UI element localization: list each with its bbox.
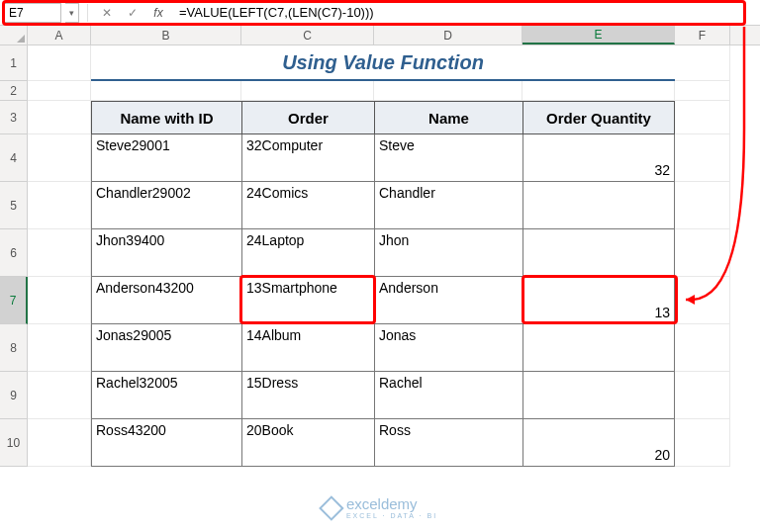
watermark: exceldemy EXCEL · DATA · BI — [323, 495, 437, 520]
watermark-tag: EXCEL · DATA · BI — [346, 512, 437, 520]
cell-C8[interactable]: 14Album — [241, 324, 374, 372]
name-box-dropdown[interactable]: ▾ — [65, 3, 79, 23]
cell-A2[interactable] — [28, 81, 91, 101]
col-header-A[interactable]: A — [28, 26, 91, 44]
cell-A5[interactable] — [28, 182, 91, 229]
cell-A1[interactable] — [28, 45, 91, 81]
cell-E8[interactable] — [522, 324, 675, 372]
cell-C9[interactable]: 15Dress — [241, 372, 374, 419]
title: Using Value Function — [91, 45, 675, 81]
select-all-triangle[interactable] — [0, 26, 28, 44]
cell-A6[interactable] — [28, 229, 91, 277]
th-name-id[interactable]: Name with ID — [91, 101, 241, 134]
cell-F1[interactable] — [675, 45, 730, 81]
cell-A3[interactable] — [28, 101, 91, 134]
col-header-B[interactable]: B — [91, 26, 241, 44]
row-header-3[interactable]: 3 — [0, 101, 28, 134]
grid: 1 Using Value Function 2 3 Name with ID … — [0, 45, 760, 467]
cell-E6[interactable] — [522, 229, 675, 277]
cell-F9[interactable] — [675, 372, 730, 419]
cell-A7[interactable] — [28, 277, 91, 324]
cell-C10[interactable]: 20Book — [241, 419, 374, 467]
cell-C4[interactable]: 32Computer — [241, 134, 374, 182]
fx-icon[interactable]: fx — [147, 3, 169, 23]
row-header-8[interactable]: 8 — [0, 324, 28, 372]
row-header-7[interactable]: 7 — [0, 277, 28, 324]
cell-E5[interactable] — [522, 182, 675, 229]
col-header-F[interactable]: F — [675, 26, 730, 44]
row-header-1[interactable]: 1 — [0, 45, 28, 81]
watermark-icon — [319, 495, 343, 520]
column-headers: A B C D E F — [0, 26, 760, 45]
cell-F7[interactable] — [675, 277, 730, 324]
cell-F3[interactable] — [675, 101, 730, 134]
row-header-5[interactable]: 5 — [0, 182, 28, 229]
th-order[interactable]: Order — [241, 101, 374, 134]
cell-D5[interactable]: Chandler — [374, 182, 522, 229]
row-header-6[interactable]: 6 — [0, 229, 28, 277]
cell-A8[interactable] — [28, 324, 91, 372]
cell-D2[interactable] — [374, 81, 522, 101]
cell-D10[interactable]: Ross — [374, 419, 522, 467]
enter-icon[interactable]: ✓ — [122, 3, 143, 23]
cell-F5[interactable] — [675, 182, 730, 229]
cell-E7[interactable]: 13 — [522, 277, 675, 324]
cell-D9[interactable]: Rachel — [374, 372, 522, 419]
cell-F2[interactable] — [675, 81, 730, 101]
cell-A4[interactable] — [28, 134, 91, 182]
cell-B6[interactable]: Jhon39400 — [91, 229, 241, 277]
row-header-2[interactable]: 2 — [0, 81, 28, 101]
row-header-9[interactable]: 9 — [0, 372, 28, 419]
cell-F6[interactable] — [675, 229, 730, 277]
cell-D8[interactable]: Jonas — [374, 324, 522, 372]
th-name[interactable]: Name — [374, 101, 522, 134]
col-header-E[interactable]: E — [522, 26, 675, 44]
separator — [87, 4, 88, 22]
cell-C7[interactable]: 13Smartphone — [241, 277, 374, 324]
cell-B2[interactable] — [91, 81, 241, 101]
row-header-4[interactable]: 4 — [0, 134, 28, 182]
cell-E4[interactable]: 32 — [522, 134, 675, 182]
cell-A9[interactable] — [28, 372, 91, 419]
col-header-C[interactable]: C — [241, 26, 374, 44]
cancel-icon[interactable]: ✕ — [96, 3, 118, 23]
cell-D6[interactable]: Jhon — [374, 229, 522, 277]
cell-E9[interactable] — [522, 372, 675, 419]
th-qty[interactable]: Order Quantity — [522, 101, 675, 134]
cell-A10[interactable] — [28, 419, 91, 467]
watermark-brand: exceldemy — [346, 495, 418, 512]
col-header-D[interactable]: D — [374, 26, 522, 44]
cell-D7[interactable]: Anderson — [374, 277, 522, 324]
cell-C5[interactable]: 24Comics — [241, 182, 374, 229]
cell-C2[interactable] — [241, 81, 374, 101]
cell-F10[interactable] — [675, 419, 730, 467]
cell-B9[interactable]: Rachel32005 — [91, 372, 241, 419]
formula-bar: E7 ▾ ✕ ✓ fx — [0, 0, 760, 26]
formula-input[interactable] — [173, 3, 756, 23]
cell-E10[interactable]: 20 — [522, 419, 675, 467]
cell-E2[interactable] — [522, 81, 675, 101]
cell-B8[interactable]: Jonas29005 — [91, 324, 241, 372]
cell-B7[interactable]: Anderson43200 — [91, 277, 241, 324]
cell-B10[interactable]: Ross43200 — [91, 419, 241, 467]
cell-B5[interactable]: Chandler29002 — [91, 182, 241, 229]
row-header-10[interactable]: 10 — [0, 419, 28, 467]
name-box[interactable]: E7 — [4, 3, 61, 23]
cell-F8[interactable] — [675, 324, 730, 372]
cell-F4[interactable] — [675, 134, 730, 182]
cell-C6[interactable]: 24Laptop — [241, 229, 374, 277]
cell-D4[interactable]: Steve — [374, 134, 522, 182]
cell-B4[interactable]: Steve29001 — [91, 134, 241, 182]
